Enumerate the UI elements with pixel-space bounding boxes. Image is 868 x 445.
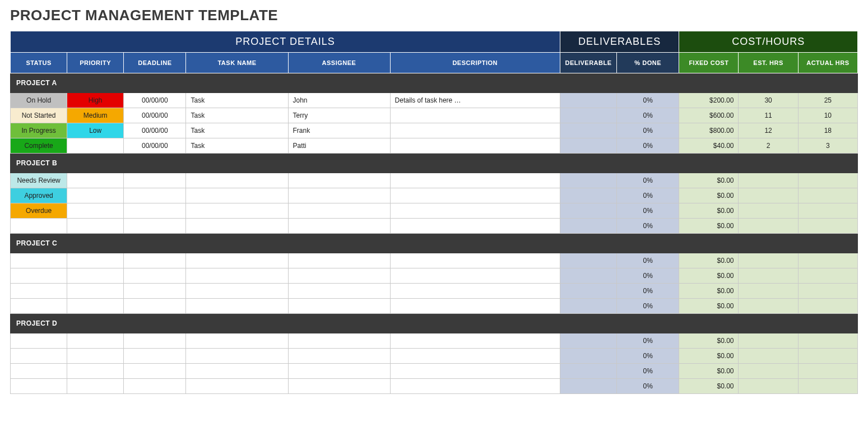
deadline-cell[interactable] <box>124 299 186 314</box>
fixed-cost-cell[interactable]: $0.00 <box>679 299 739 314</box>
fixed-cost-cell[interactable]: $0.00 <box>679 379 739 394</box>
task-name-cell[interactable] <box>186 333 288 349</box>
pct-done-cell[interactable]: 0% <box>617 299 679 314</box>
actual-hrs-cell[interactable] <box>798 364 857 379</box>
deliverable-cell[interactable] <box>560 333 616 349</box>
deliverable-cell[interactable] <box>560 108 616 123</box>
pct-done-cell[interactable]: 0% <box>617 123 679 138</box>
assignee-cell[interactable] <box>288 333 390 349</box>
pct-done-cell[interactable]: 0% <box>617 349 679 364</box>
task-name-cell[interactable] <box>186 188 288 203</box>
fixed-cost-cell[interactable]: $0.00 <box>679 268 739 284</box>
est-hrs-cell[interactable] <box>739 333 798 349</box>
status-cell[interactable]: Approved <box>11 188 67 203</box>
task-name-cell[interactable] <box>186 284 288 299</box>
description-cell[interactable] <box>390 219 560 234</box>
est-hrs-cell[interactable] <box>739 203 798 219</box>
task-name-cell[interactable] <box>186 299 288 314</box>
assignee-cell[interactable] <box>288 268 390 284</box>
deliverable-cell[interactable] <box>560 123 616 138</box>
deadline-cell[interactable] <box>124 333 186 349</box>
assignee-cell[interactable] <box>288 379 390 394</box>
assignee-cell[interactable] <box>288 173 390 188</box>
actual-hrs-cell[interactable]: 10 <box>798 108 857 123</box>
deadline-cell[interactable] <box>124 364 186 379</box>
status-cell[interactable] <box>11 364 67 379</box>
deadline-cell[interactable] <box>124 349 186 364</box>
priority-cell[interactable]: Medium <box>67 108 124 123</box>
pct-done-cell[interactable]: 0% <box>617 253 679 268</box>
fixed-cost-cell[interactable]: $0.00 <box>679 284 739 299</box>
priority-cell[interactable] <box>67 364 124 379</box>
task-name-cell[interactable]: Task <box>186 123 288 138</box>
description-cell[interactable] <box>390 203 560 219</box>
deliverable-cell[interactable] <box>560 253 616 268</box>
actual-hrs-cell[interactable]: 3 <box>798 138 857 154</box>
task-name-cell[interactable] <box>186 349 288 364</box>
actual-hrs-cell[interactable] <box>798 284 857 299</box>
deliverable-cell[interactable] <box>560 203 616 219</box>
deadline-cell[interactable] <box>124 284 186 299</box>
assignee-cell[interactable] <box>288 284 390 299</box>
deadline-cell[interactable]: 00/00/00 <box>124 138 186 154</box>
deliverable-cell[interactable] <box>560 379 616 394</box>
task-name-cell[interactable]: Task <box>186 93 288 108</box>
est-hrs-cell[interactable]: 11 <box>739 108 798 123</box>
task-name-cell[interactable] <box>186 379 288 394</box>
deadline-cell[interactable] <box>124 268 186 284</box>
priority-cell[interactable] <box>67 379 124 394</box>
est-hrs-cell[interactable] <box>739 349 798 364</box>
priority-cell[interactable] <box>67 268 124 284</box>
status-cell[interactable]: Complete <box>11 138 67 154</box>
status-cell[interactable] <box>11 299 67 314</box>
task-name-cell[interactable] <box>186 253 288 268</box>
status-cell[interactable]: Overdue <box>11 203 67 219</box>
deliverable-cell[interactable] <box>560 364 616 379</box>
deadline-cell[interactable] <box>124 173 186 188</box>
fixed-cost-cell[interactable]: $0.00 <box>679 364 739 379</box>
deliverable-cell[interactable] <box>560 219 616 234</box>
pct-done-cell[interactable]: 0% <box>617 203 679 219</box>
task-name-cell[interactable] <box>186 364 288 379</box>
deadline-cell[interactable] <box>124 253 186 268</box>
description-cell[interactable] <box>390 333 560 349</box>
assignee-cell[interactable] <box>288 349 390 364</box>
assignee-cell[interactable]: Terry <box>288 108 390 123</box>
task-name-cell[interactable]: Task <box>186 108 288 123</box>
pct-done-cell[interactable]: 0% <box>617 364 679 379</box>
priority-cell[interactable] <box>67 284 124 299</box>
deadline-cell[interactable]: 00/00/00 <box>124 108 186 123</box>
task-name-cell[interactable] <box>186 219 288 234</box>
est-hrs-cell[interactable] <box>739 364 798 379</box>
fixed-cost-cell[interactable]: $600.00 <box>679 108 739 123</box>
deliverable-cell[interactable] <box>560 284 616 299</box>
pct-done-cell[interactable]: 0% <box>617 333 679 349</box>
description-cell[interactable] <box>390 188 560 203</box>
description-cell[interactable] <box>390 349 560 364</box>
deliverable-cell[interactable] <box>560 349 616 364</box>
description-cell[interactable] <box>390 123 560 138</box>
priority-cell[interactable] <box>67 333 124 349</box>
assignee-cell[interactable]: John <box>288 93 390 108</box>
deadline-cell[interactable] <box>124 203 186 219</box>
assignee-cell[interactable] <box>288 299 390 314</box>
fixed-cost-cell[interactable]: $0.00 <box>679 253 739 268</box>
assignee-cell[interactable] <box>288 203 390 219</box>
status-cell[interactable] <box>11 349 67 364</box>
actual-hrs-cell[interactable] <box>798 379 857 394</box>
status-cell[interactable] <box>11 253 67 268</box>
description-cell[interactable] <box>390 299 560 314</box>
deliverable-cell[interactable] <box>560 138 616 154</box>
description-cell[interactable] <box>390 253 560 268</box>
assignee-cell[interactable]: Patti <box>288 138 390 154</box>
fixed-cost-cell[interactable]: $0.00 <box>679 188 739 203</box>
assignee-cell[interactable] <box>288 219 390 234</box>
actual-hrs-cell[interactable]: 25 <box>798 93 857 108</box>
task-name-cell[interactable] <box>186 268 288 284</box>
task-name-cell[interactable] <box>186 173 288 188</box>
deliverable-cell[interactable] <box>560 299 616 314</box>
pct-done-cell[interactable]: 0% <box>617 138 679 154</box>
pct-done-cell[interactable]: 0% <box>617 188 679 203</box>
fixed-cost-cell[interactable]: $40.00 <box>679 138 739 154</box>
deliverable-cell[interactable] <box>560 188 616 203</box>
